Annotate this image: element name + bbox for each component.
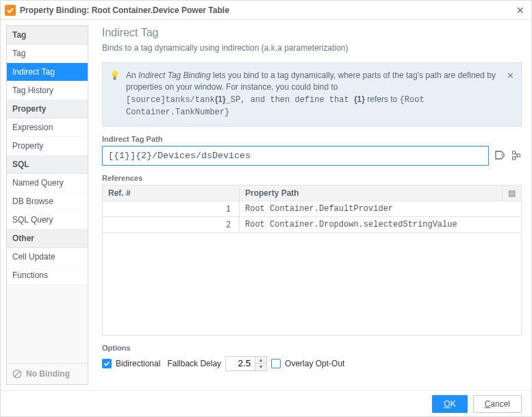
titlebar: Property Binding: Root Container.Device …	[1, 1, 531, 20]
svg-rect-5	[518, 154, 520, 157]
overlay-label: Overlay Opt-Out	[285, 359, 344, 368]
svg-rect-4	[513, 157, 516, 160]
table-row[interactable]: 1 Root Container.DefaultProvider	[103, 201, 522, 216]
sidebar-item-sql-query[interactable]: SQL Query	[7, 211, 88, 229]
info-box: 💡 ✕ An Indirect Tag Binding lets you bin…	[102, 62, 522, 127]
main-panel: Indirect Tag Binds to a tag dynamically …	[92, 20, 531, 390]
info-em: Indirect Tag Binding	[138, 71, 211, 80]
nav-list: Tag Tag Indirect Tag Tag History Propert…	[7, 26, 88, 363]
info-b2: {1}	[354, 94, 365, 104]
svg-line-1	[14, 371, 20, 377]
page-subtitle: Binds to a tag dynamically using indirec…	[102, 43, 522, 53]
col-ref: Ref. #	[103, 185, 240, 201]
col-prop: Property Path	[240, 185, 503, 201]
bidirectional-label: Bidirectional	[116, 359, 160, 368]
sidebar-item-named-query[interactable]: Named Query	[7, 174, 88, 192]
references-table: Ref. # Property Path ▤ 1 Root Container.…	[102, 185, 522, 336]
sidebar-item-functions[interactable]: Functions	[7, 266, 88, 285]
label-indirect-path: Indirect Tag Path	[102, 135, 522, 143]
sidebar-item-tag-history[interactable]: Tag History	[7, 81, 88, 100]
info-close-icon[interactable]: ✕	[507, 70, 514, 83]
label-options: Options	[102, 344, 522, 352]
ok-button[interactable]: OK	[432, 395, 467, 413]
no-binding-label: No Binding	[26, 369, 70, 379]
info-text: An	[126, 71, 138, 80]
tag-browse-icon[interactable]	[494, 150, 505, 161]
sidebar-item-cell-update[interactable]: Cell Update	[7, 248, 88, 266]
table-empty-area	[103, 232, 522, 335]
property-browse-icon[interactable]	[511, 150, 522, 161]
spin-down-icon[interactable]: ▼	[255, 364, 266, 370]
info-b1: {1}	[215, 94, 226, 104]
app-icon	[5, 5, 16, 16]
fallback-delay-input[interactable]	[226, 357, 255, 370]
table-row[interactable]: 2 Root Container.Dropdown.selectedString…	[103, 216, 522, 232]
info-code-1: [source]tanks/tank	[126, 95, 215, 105]
footer: OK Cancel	[1, 390, 531, 417]
nav-header-other: Other	[7, 229, 88, 248]
sidebar-item-tag[interactable]: Tag	[7, 45, 88, 63]
nav-header-sql: SQL	[7, 155, 88, 174]
bidirectional-checkbox[interactable]	[102, 359, 112, 368]
label-references: References	[102, 174, 522, 182]
ref-prop: Root Container.DefaultProvider	[240, 201, 522, 216]
indirect-tag-path-input[interactable]	[102, 146, 489, 166]
sidebar: Tag Tag Indirect Tag Tag History Propert…	[6, 25, 88, 385]
lightbulb-icon: 💡	[110, 70, 120, 81]
nav-header-tag: Tag	[7, 26, 88, 45]
detail-icon[interactable]: ▤	[503, 185, 522, 201]
svg-rect-3	[513, 151, 516, 154]
spin-up-icon[interactable]: ▲	[255, 357, 266, 364]
nav-header-property: Property	[7, 100, 88, 118]
fallback-label: Fallback Delay	[167, 359, 221, 368]
no-binding-icon	[12, 369, 22, 379]
ref-num: 1	[103, 201, 240, 216]
no-binding-button[interactable]: No Binding	[7, 363, 88, 384]
ref-num: 2	[103, 216, 240, 232]
close-icon[interactable]: ✕	[514, 5, 527, 16]
overlay-optout-checkbox[interactable]	[271, 359, 281, 368]
page-title: Indirect Tag	[102, 27, 522, 39]
sidebar-item-expression[interactable]: Expression	[7, 118, 88, 137]
svg-point-2	[501, 155, 503, 156]
info-mid: _SP, and then define that	[226, 95, 354, 105]
ref-prop: Root Container.Dropdown.selectedStringVa…	[240, 216, 522, 232]
sidebar-item-property[interactable]: Property	[7, 137, 88, 155]
cancel-button[interactable]: Cancel	[473, 395, 522, 413]
sidebar-item-db-browse[interactable]: DB Browse	[7, 192, 88, 211]
fallback-delay-spinner[interactable]: ▲▼	[225, 356, 267, 371]
info-tail1: refers to	[365, 94, 400, 104]
sidebar-item-indirect-tag[interactable]: Indirect Tag	[7, 63, 88, 81]
window-title: Property Binding: Root Container.Device …	[20, 5, 514, 15]
